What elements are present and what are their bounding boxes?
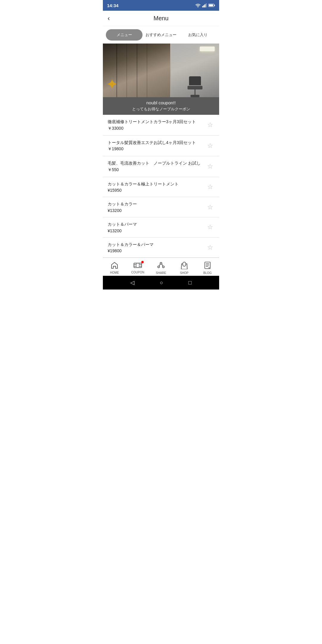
menu-item-price: ¥15950 [108,188,206,193]
signal-icon [202,3,207,7]
favorite-button[interactable]: ☆ [206,183,214,191]
menu-item-name: カット＆カラー [108,201,206,207]
nav-home-label: HOME [110,271,119,274]
favorite-button[interactable]: ☆ [206,121,214,129]
nav-home[interactable]: HOME [103,260,126,275]
home-icon [111,262,118,270]
tab-bar: メニュー おすすめメニュー お気に入り [103,26,219,44]
svg-point-15 [158,266,160,268]
svg-line-18 [162,264,163,266]
android-back-button[interactable]: ◁ [130,279,134,286]
favorite-button[interactable]: ☆ [206,142,214,150]
svg-line-17 [159,264,160,266]
nav-coupon-label: COUPON [131,271,144,274]
nav-share[interactable]: SHARE [149,260,173,275]
salon-banner: ✦ [103,44,219,97]
tab-recommended[interactable]: おすすめメニュー [143,29,179,41]
nav-blog-label: BLOG [203,271,212,275]
favorite-button[interactable]: ☆ [206,223,214,231]
android-recent-button[interactable]: □ [188,280,192,286]
svg-point-14 [160,262,162,264]
svg-rect-0 [202,6,203,7]
battery-icon [208,4,215,7]
banner-right-panel [171,44,219,97]
favorite-button[interactable]: ☆ [206,162,214,171]
menu-item-content: 徹底補修トリートメントカラー3ヶ月3回セット ￥33000 [108,119,206,131]
tab-menu[interactable]: メニュー [106,29,143,41]
menu-item-price: ￥550 [108,167,206,173]
android-nav-bar: ◁ ○ □ [103,276,219,290]
menu-item-price: ￥33000 [108,126,206,131]
nav-shop[interactable]: SHOP [173,260,196,275]
menu-item-name: 徹底補修トリートメントカラー3ヶ月3回セット [108,119,206,125]
menu-item-name: カット＆カラー＆極上トリートメント [108,181,206,187]
menu-item-content: カット＆カラー ¥13200 [108,201,206,213]
menu-item-content: 毛髪、毛流改善カット ノーブルトライン お試し ￥550 [108,160,206,173]
svg-rect-7 [134,263,142,268]
menu-item-content: トータル髪質改善エステお試し4ヶ月3回セット ￥19800 [108,140,206,152]
menu-item-name: カット＆カラー＆パーマ [108,242,206,248]
menu-item-price: ¥13200 [108,208,206,213]
svg-rect-6 [209,4,213,6]
menu-item-price: ¥19800 [108,248,206,253]
menu-item[interactable]: カット＆カラー ¥13200 ☆ [103,197,219,217]
shop-icon [181,261,188,270]
bottom-nav: HOME COUPON SHARE [103,258,219,276]
menu-list: 徹底補修トリートメントカラー3ヶ月3回セット ￥33000 ☆ トータル髪質改善… [103,115,219,258]
menu-item-name: トータル髪質改善エステお試し4ヶ月3回セット [108,140,206,146]
coupon-notification-dot [141,261,144,263]
coupon-title: noubl coupon!! [108,100,214,105]
menu-item[interactable]: カット＆カラー＆パーマ ¥19800 ☆ [103,238,219,258]
menu-item-price: ¥13200 [108,228,206,233]
menu-item-content: カット＆カラー＆パーマ ¥19800 [108,242,206,253]
coupon-icon [134,262,142,270]
coupon-bar: noubl coupon!! とってもお得なノーブルクーポン [103,97,219,115]
menu-item-name: 毛髪、毛流改善カット ノーブルトライン お試し [108,160,206,166]
nav-coupon[interactable]: COUPON [126,260,149,275]
coupon-subtitle: とってもお得なノーブルクーポン [108,106,214,112]
header: ‹ Menu [103,11,219,26]
menu-item-name: カット＆パーマ [108,222,206,227]
favorite-button[interactable]: ☆ [206,243,214,252]
banner-left-panel: ✦ [103,44,170,97]
blog-icon [204,261,211,270]
svg-rect-2 [205,4,205,7]
svg-rect-1 [203,5,204,7]
nav-shop-label: SHOP [180,271,188,275]
menu-item-content: カット＆パーマ ¥13200 [108,222,206,233]
menu-item[interactable]: 毛髪、毛流改善カット ノーブルトライン お試し ￥550 ☆ [103,156,219,177]
menu-item[interactable]: トータル髪質改善エステお試し4ヶ月3回セット ￥19800 ☆ [103,136,219,157]
menu-item-price: ￥19800 [108,146,206,152]
svg-rect-5 [214,5,215,6]
menu-item-content: カット＆カラー＆極上トリートメント ¥15950 [108,181,206,193]
tab-favorites[interactable]: お気に入り [179,29,216,41]
svg-point-16 [162,266,164,268]
status-icons [195,3,215,7]
android-home-button[interactable]: ○ [160,280,163,286]
menu-item[interactable]: カット＆カラー＆極上トリートメント ¥15950 ☆ [103,177,219,197]
status-time: 14:34 [107,3,118,8]
status-bar: 14:34 [103,0,219,11]
nav-share-label: SHARE [156,271,166,275]
menu-item[interactable]: 徹底補修トリートメントカラー3ヶ月3回セット ￥33000 ☆ [103,115,219,136]
favorite-button[interactable]: ☆ [206,203,214,211]
page-title: Menu [154,15,168,22]
share-icon [157,261,165,270]
back-button[interactable]: ‹ [108,15,110,22]
menu-item[interactable]: カット＆パーマ ¥13200 ☆ [103,217,219,238]
nav-blog[interactable]: BLOG [196,260,219,275]
wifi-icon [195,3,201,7]
svg-rect-3 [206,3,207,7]
